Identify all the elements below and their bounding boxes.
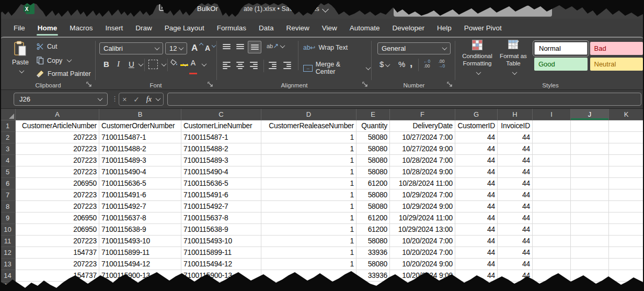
grid-cell[interactable]: 44: [455, 143, 498, 155]
paste-button[interactable]: Paste: [8, 41, 32, 75]
grid-cell[interactable]: [571, 224, 609, 236]
grid-cell[interactable]: [533, 201, 571, 212]
grid-cell[interactable]: 1: [261, 143, 356, 155]
grid-cell[interactable]: 44: [498, 189, 533, 201]
align-center-button[interactable]: [236, 62, 244, 69]
grid-cell[interactable]: 7100115490-4: [181, 166, 261, 178]
column-header-F[interactable]: F: [390, 109, 455, 120]
grid-cell[interactable]: 7100115487-1: [181, 132, 261, 143]
menu-tab-view[interactable]: View: [316, 19, 343, 37]
grid-cell[interactable]: 44: [455, 247, 498, 259]
grid-cell[interactable]: [533, 282, 571, 291]
grid-cell[interactable]: [609, 132, 644, 143]
grid-cell[interactable]: [609, 282, 644, 291]
grid-cell[interactable]: [533, 132, 571, 143]
grid-cell[interactable]: [571, 282, 609, 291]
grid-cell[interactable]: 10/28/2024 11:00: [390, 178, 455, 189]
grid-cell[interactable]: 7100115899-11: [99, 247, 181, 259]
row-header-3[interactable]: 3: [0, 143, 16, 155]
grid-cell[interactable]: 154737: [16, 247, 99, 259]
field-header-cell[interactable]: [609, 120, 644, 132]
grid-cell[interactable]: 44: [455, 132, 498, 143]
format-as-table-button[interactable]: Format as Table: [497, 40, 530, 77]
column-header-G[interactable]: G: [455, 109, 498, 120]
cancel-button[interactable]: ×: [122, 95, 126, 104]
copy-dropdown-chevron-icon[interactable]: [67, 57, 72, 62]
grid-cell[interactable]: 44: [498, 155, 533, 166]
grid-cell[interactable]: 44: [498, 236, 533, 247]
cell-style-good[interactable]: Good: [534, 58, 588, 71]
row-header-13[interactable]: 13: [0, 259, 16, 270]
formula-bar-resize-handle[interactable]: ⋮: [111, 95, 118, 103]
grid-cell[interactable]: 7100115638-9: [99, 224, 181, 236]
grid-cell[interactable]: [609, 270, 644, 282]
grid-cell[interactable]: 7100115637-8: [181, 212, 261, 224]
grid-cell[interactable]: 44: [498, 224, 533, 236]
align-middle-button[interactable]: [236, 44, 244, 49]
grid-cell[interactable]: 10/29/2024 11:00: [390, 212, 455, 224]
underline-button[interactable]: U: [129, 60, 134, 69]
increase-font-size-button[interactable]: A: [191, 43, 198, 53]
row-header-8[interactable]: 8: [0, 201, 16, 212]
column-header-J[interactable]: J: [571, 109, 609, 120]
name-box[interactable]: J26: [14, 93, 108, 106]
grid-cell[interactable]: 58080: [356, 166, 390, 178]
grid-cell[interactable]: [498, 282, 533, 291]
grid-cell[interactable]: 154737: [16, 270, 99, 282]
grid-cell[interactable]: [533, 143, 571, 155]
menu-tab-formulas[interactable]: Formulas: [211, 19, 252, 37]
menu-tab-draw[interactable]: Draw: [129, 19, 158, 37]
grid-cell[interactable]: 44: [455, 166, 498, 178]
grid-cell[interactable]: [390, 282, 455, 291]
row-header-15[interactable]: 15: [0, 282, 16, 291]
grid-cell[interactable]: 1: [261, 224, 356, 236]
cut-button[interactable]: Cut: [37, 43, 57, 50]
clipboard-dialog-launcher-icon[interactable]: [86, 82, 93, 88]
grid-cell[interactable]: 1: [261, 178, 356, 189]
align-top-button[interactable]: [223, 44, 231, 49]
grid-cell[interactable]: 44: [455, 259, 498, 270]
grid-cell[interactable]: 1: [261, 166, 356, 178]
orientation-button[interactable]: ab↗: [267, 42, 284, 50]
borders-button[interactable]: [148, 60, 158, 69]
grid-cell[interactable]: 61200: [356, 224, 390, 236]
grid-cell[interactable]: [16, 282, 99, 291]
grid-cell[interactable]: [571, 189, 609, 201]
field-header-cell[interactable]: CustomerOrderNumber: [99, 120, 181, 132]
row-header-6[interactable]: 6: [0, 178, 16, 189]
decrease-indent-button[interactable]: [269, 62, 277, 69]
column-header-K[interactable]: K: [609, 109, 644, 120]
grid-cell[interactable]: 206950: [16, 224, 99, 236]
column-header-H[interactable]: H: [498, 109, 533, 120]
grid-cell[interactable]: 58080: [356, 155, 390, 166]
grid-cell[interactable]: 44: [498, 270, 533, 282]
grid-cell[interactable]: [609, 212, 644, 224]
menu-tab-help[interactable]: Help: [431, 19, 458, 37]
row-header-10[interactable]: 10: [0, 224, 16, 236]
grid-cell[interactable]: 44: [498, 143, 533, 155]
grid-cell[interactable]: 7100115493-10: [99, 236, 181, 247]
enter-button[interactable]: ✓: [133, 95, 140, 104]
menu-tab-macros[interactable]: Macros: [63, 19, 99, 37]
grid-cell[interactable]: 10/20/2024 7:00: [390, 236, 455, 247]
grid-cell[interactable]: 207223: [16, 201, 99, 212]
grid-cell[interactable]: 44: [498, 178, 533, 189]
decrease-decimal-button[interactable]: .00→0: [438, 59, 445, 69]
column-header-I[interactable]: I: [533, 109, 571, 120]
menu-tab-developer[interactable]: Developer: [386, 19, 431, 37]
grid-cell[interactable]: [571, 270, 609, 282]
conditional-formatting-button[interactable]: Conditional Formatting: [460, 40, 494, 77]
grid-cell[interactable]: 44: [455, 212, 498, 224]
align-right-button[interactable]: [250, 62, 258, 69]
grid-cell[interactable]: 44: [498, 247, 533, 259]
grid-cell[interactable]: 7100115636-5: [99, 178, 181, 189]
grid-cell[interactable]: 33936: [356, 270, 390, 282]
grid-cell[interactable]: 7100115637-8: [99, 212, 181, 224]
grid-cell[interactable]: [533, 189, 571, 201]
row-header-5[interactable]: 5: [0, 166, 16, 178]
column-header-B[interactable]: B: [99, 109, 181, 120]
cell-style-neutral[interactable]: Neutral: [590, 58, 643, 71]
grid-cell[interactable]: 1: [261, 270, 356, 282]
grid-cell[interactable]: [356, 282, 390, 291]
grid-cell[interactable]: 1: [261, 132, 356, 143]
